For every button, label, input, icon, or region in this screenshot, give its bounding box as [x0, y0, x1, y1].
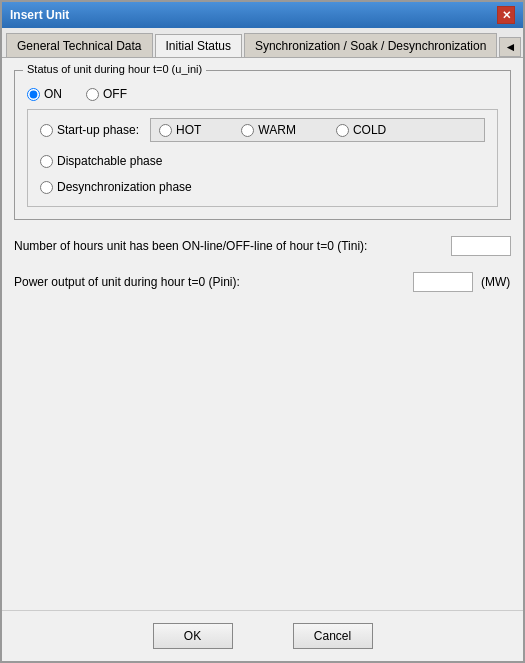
power-label: Power output of unit during hour t=0 (Pi… — [14, 275, 405, 289]
cold-radio[interactable] — [336, 124, 349, 137]
tab-bar: General Technical Data Initial Status Sy… — [2, 28, 523, 58]
hours-input[interactable] — [451, 236, 511, 256]
hot-radio-label[interactable]: HOT — [159, 123, 201, 137]
power-unit: (MW) — [481, 275, 511, 289]
group-box-title: Status of unit during hour t=0 (u_ini) — [23, 63, 206, 75]
tab-general-technical-data[interactable]: General Technical Data — [6, 33, 153, 57]
hours-row: Number of hours unit has been ON-line/OF… — [14, 236, 511, 256]
startup-radio-label[interactable]: Start-up phase: — [40, 123, 150, 137]
hot-radio[interactable] — [159, 124, 172, 137]
title-bar: Insert Unit ✕ — [2, 2, 523, 28]
status-group-box: Status of unit during hour t=0 (u_ini) O… — [14, 70, 511, 220]
warm-radio-label[interactable]: WARM — [241, 123, 296, 137]
phase-group: Start-up phase: HOT WARM C — [27, 109, 498, 207]
cancel-button[interactable]: Cancel — [293, 623, 373, 649]
warm-radio[interactable] — [241, 124, 254, 137]
dispatchable-radio-label[interactable]: Dispatchable phase — [40, 154, 162, 168]
hours-label: Number of hours unit has been ON-line/OF… — [14, 239, 443, 253]
desync-radio[interactable] — [40, 181, 53, 194]
power-row: Power output of unit during hour t=0 (Pi… — [14, 272, 511, 292]
window-title: Insert Unit — [10, 8, 69, 22]
on-radio-label[interactable]: ON — [27, 87, 62, 101]
main-content: Status of unit during hour t=0 (u_ini) O… — [2, 58, 523, 610]
startup-radio[interactable] — [40, 124, 53, 137]
dispatchable-radio[interactable] — [40, 155, 53, 168]
tab-prev-arrow[interactable]: ◄ — [499, 37, 521, 57]
off-radio[interactable] — [86, 88, 99, 101]
insert-unit-window: Insert Unit ✕ General Technical Data Ini… — [0, 0, 525, 663]
ok-button[interactable]: OK — [153, 623, 233, 649]
desync-radio-label[interactable]: Desynchronization phase — [40, 180, 192, 194]
close-button[interactable]: ✕ — [497, 6, 515, 24]
tab-initial-status[interactable]: Initial Status — [155, 34, 242, 58]
on-radio[interactable] — [27, 88, 40, 101]
tab-synchronization[interactable]: Synchronization / Soak / Desynchronizati… — [244, 33, 497, 57]
off-radio-label[interactable]: OFF — [86, 87, 127, 101]
cold-radio-label[interactable]: COLD — [336, 123, 386, 137]
startup-options: HOT WARM COLD — [150, 118, 485, 142]
dispatchable-row: Dispatchable phase — [40, 154, 485, 168]
startup-row: Start-up phase: HOT WARM C — [40, 118, 485, 142]
power-input[interactable] — [413, 272, 473, 292]
on-off-row: ON OFF — [27, 87, 498, 101]
footer: OK Cancel — [2, 610, 523, 661]
desync-row: Desynchronization phase — [40, 180, 485, 194]
